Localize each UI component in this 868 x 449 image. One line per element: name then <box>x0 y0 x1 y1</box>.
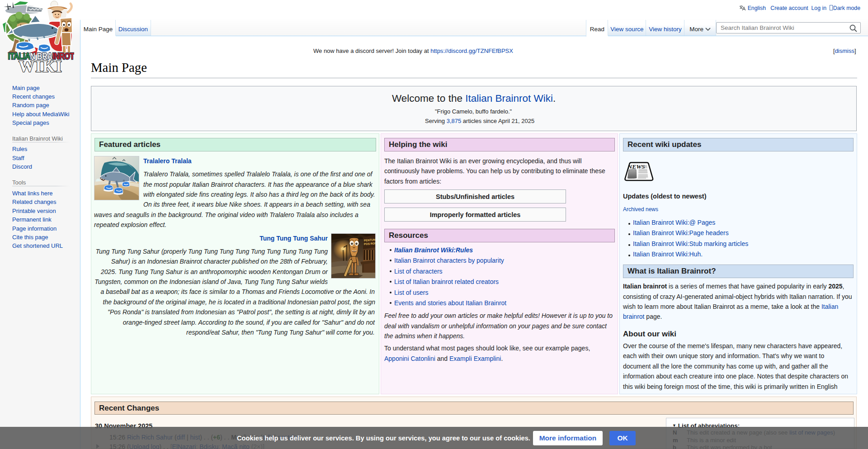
svg-text:WIKI: WIKI <box>19 58 62 74</box>
